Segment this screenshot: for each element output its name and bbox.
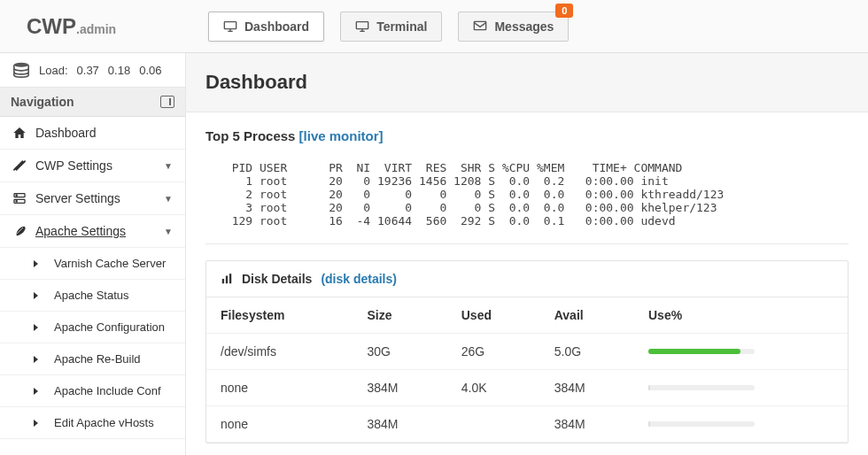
nav-item-cwp-settings[interactable]: CWP Settings ▼ <box>0 150 185 182</box>
nav-item-server-settings[interactable]: Server Settings ▼ <box>0 182 185 215</box>
table-header-row: Filesystem Size Used Avail Use% <box>206 297 848 334</box>
brand-main: CWP <box>27 14 76 38</box>
nav-item-label: Server Settings <box>35 191 120 205</box>
nav-list: Dashboard CWP Settings ▼ Server Settings… <box>0 117 185 439</box>
messages-badge: 0 <box>555 4 573 18</box>
disk-panel: Disk Details (disk details) Filesystem S… <box>205 260 849 443</box>
triangle-right-icon <box>34 324 38 331</box>
top5-heading-text: Top 5 Process <box>205 128 299 143</box>
triangle-right-icon <box>34 388 38 395</box>
cell-fs: none <box>206 406 353 443</box>
col-used: Used <box>447 297 540 334</box>
svg-rect-14 <box>226 276 228 284</box>
nav-item-apache-settings[interactable]: Apache Settings ▼ <box>0 215 185 248</box>
usage-bar <box>648 385 755 390</box>
svg-rect-0 <box>224 21 236 28</box>
sidebar-collapse-icon[interactable] <box>160 96 174 108</box>
sidebar: Load: 0.37 0.18 0.06 Navigation Dashboar… <box>0 53 186 455</box>
cell-size: 384M <box>353 370 446 406</box>
col-size: Size <box>353 297 446 334</box>
triangle-right-icon <box>34 260 38 267</box>
col-use: Use% <box>634 297 848 334</box>
top5-heading: Top 5 Process [live monitor] <box>205 128 849 143</box>
nav-heading-label: Navigation <box>11 95 74 109</box>
usage-bar <box>648 421 755 427</box>
svg-point-10 <box>16 195 17 196</box>
col-filesystem: Filesystem <box>206 297 353 334</box>
cell-avail: 384M <box>540 406 634 443</box>
cell-use <box>634 334 848 370</box>
svg-rect-6 <box>475 21 486 29</box>
disk-heading-text: Disk Details <box>242 272 312 286</box>
cell-used <box>447 406 540 443</box>
server-icon <box>12 191 27 205</box>
table-row: none384M4.0K384M <box>206 370 848 406</box>
nav-sub-label: Edit Apache vHosts <box>54 416 154 429</box>
svg-point-7 <box>14 63 28 67</box>
triangle-right-icon <box>34 356 38 363</box>
load-3: 0.06 <box>139 64 161 77</box>
tab-dashboard-label: Dashboard <box>244 19 309 34</box>
tab-messages[interactable]: Messages 0 <box>458 12 569 42</box>
svg-point-11 <box>16 201 17 202</box>
chart-icon <box>221 273 233 285</box>
chevron-down-icon: ▼ <box>164 161 173 171</box>
nav-sub-apache-config[interactable]: Apache Configuration <box>0 312 185 343</box>
page-title: Dashboard <box>205 71 849 94</box>
nav-sub-label: Apache Include Conf <box>54 384 161 397</box>
cell-fs: none <box>206 370 353 406</box>
chevron-down-icon: ▼ <box>164 194 173 204</box>
triangle-right-icon <box>34 292 38 299</box>
col-avail: Avail <box>540 297 634 334</box>
home-icon <box>12 126 27 140</box>
nav-heading: Navigation <box>0 88 185 117</box>
chevron-down-icon: ▼ <box>164 227 173 236</box>
monitor-icon <box>355 20 369 33</box>
triangle-right-icon <box>34 420 38 427</box>
disk-table: Filesystem Size Used Avail Use% /dev/sim… <box>206 297 848 443</box>
load-1: 0.37 <box>77 64 99 77</box>
cell-used: 4.0K <box>447 370 540 406</box>
tools-icon <box>12 158 27 173</box>
cell-fs: /dev/simfs <box>206 334 353 370</box>
nav-sub-apache-vhosts[interactable]: Edit Apache vHosts <box>0 407 185 439</box>
tab-terminal[interactable]: Terminal <box>340 12 442 42</box>
nav-item-label: CWP Settings <box>35 158 112 173</box>
tab-messages-label: Messages <box>494 19 554 34</box>
page-title-wrap: Dashboard <box>186 53 868 112</box>
nav-sub-label: Varnish Cache Server <box>54 257 166 270</box>
brand-logo: CWP.admin <box>0 14 186 39</box>
load-2: 0.18 <box>108 64 130 77</box>
load-label: Load: <box>39 64 68 77</box>
nav-sub-label: Apache Configuration <box>54 320 165 334</box>
svg-rect-15 <box>229 274 231 283</box>
main-content: Dashboard Top 5 Process [live monitor] P… <box>186 53 868 455</box>
cell-size: 30G <box>353 334 446 370</box>
nav-sub-apache-rebuild[interactable]: Apache Re-Build <box>0 343 185 375</box>
svg-rect-3 <box>356 21 368 28</box>
top5-output: PID USER PR NI VIRT RES SHR S %CPU %MEM … <box>205 150 849 244</box>
envelope-icon <box>473 20 487 33</box>
nav-sub-apache-include[interactable]: Apache Include Conf <box>0 375 185 407</box>
nav-sub-label: Apache Status <box>54 289 129 302</box>
monitor-icon <box>223 20 237 33</box>
cell-avail: 384M <box>540 370 634 406</box>
cell-use <box>634 370 848 406</box>
cell-size: 384M <box>353 406 446 443</box>
tab-dashboard[interactable]: Dashboard <box>208 12 324 42</box>
nav-sub-apache-status[interactable]: Apache Status <box>0 280 185 312</box>
disk-panel-head: Disk Details (disk details) <box>206 261 848 297</box>
brand-sub: .admin <box>76 22 116 36</box>
svg-rect-13 <box>222 279 224 283</box>
cell-used: 26G <box>447 334 540 370</box>
nav-sub-varnish[interactable]: Varnish Cache Server <box>0 248 185 280</box>
top-bar: CWP.admin Dashboard Terminal Messages <box>0 0 868 53</box>
nav-item-dashboard[interactable]: Dashboard <box>0 117 185 150</box>
usage-bar <box>648 349 755 354</box>
live-monitor-link[interactable]: [live monitor] <box>299 128 384 143</box>
database-icon <box>12 62 30 78</box>
top-tabs: Dashboard Terminal Messages 0 <box>186 12 569 42</box>
disk-details-link[interactable]: (disk details) <box>321 272 397 286</box>
cell-avail: 5.0G <box>540 334 634 370</box>
table-row: none384M384M <box>206 406 848 443</box>
